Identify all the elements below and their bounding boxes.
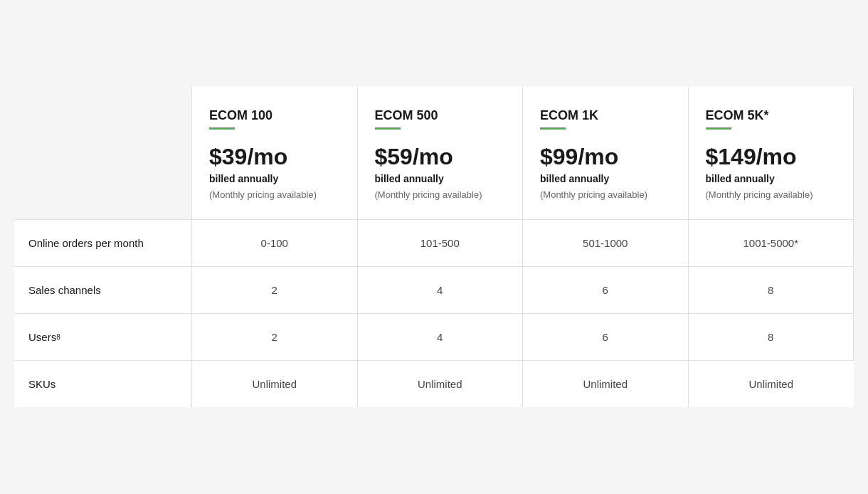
plan-name: ECOM 500	[375, 108, 506, 123]
plan-underline	[375, 127, 401, 130]
header-plan-2: ECOM 1K$99/mobilled annually(Monthly pri…	[523, 87, 689, 219]
row-cell-2-3: 8	[689, 314, 854, 361]
row-cell-2-0: 2	[192, 314, 358, 361]
row-cell-3-3: Unlimited	[689, 361, 854, 407]
plan-billing: billed annually	[706, 173, 837, 184]
row-cell-0-3: 1001-5000*	[689, 220, 854, 267]
plan-note: (Monthly pricing available)	[209, 189, 340, 201]
plan-note: (Monthly pricing available)	[706, 189, 837, 201]
row-cell-2-1: 4	[358, 314, 524, 361]
row-cell-2-2: 6	[523, 314, 689, 361]
header-plan-1: ECOM 500$59/mobilled annually(Monthly pr…	[358, 87, 524, 219]
table-grid: ECOM 100$39/mobilled annually(Monthly pr…	[14, 87, 854, 406]
row-label-2: Users8	[14, 314, 192, 361]
row-label-1: Sales channels	[14, 267, 192, 314]
header-plan-3: ECOM 5K*$149/mobilled annually(Monthly p…	[689, 87, 854, 219]
row-cell-1-3: 8	[689, 267, 854, 314]
row-cell-0-2: 501-1000	[523, 220, 689, 267]
row-cell-1-0: 2	[192, 267, 358, 314]
plan-underline	[209, 127, 235, 130]
row-cell-3-2: Unlimited	[523, 361, 689, 407]
row-cell-1-1: 4	[358, 267, 524, 314]
plan-billing: billed annually	[540, 173, 671, 184]
header-plan-0: ECOM 100$39/mobilled annually(Monthly pr…	[192, 87, 358, 219]
row-cell-3-1: Unlimited	[358, 361, 524, 407]
plan-name: ECOM 1K	[540, 108, 671, 123]
plan-name: ECOM 5K*	[706, 108, 837, 123]
plan-note: (Monthly pricing available)	[375, 189, 506, 201]
plan-price: $39/mo	[209, 144, 340, 170]
plan-underline	[540, 127, 566, 130]
pricing-table: ECOM 100$39/mobilled annually(Monthly pr…	[14, 87, 854, 406]
row-label-3: SKUs	[14, 361, 192, 407]
plan-note: (Monthly pricing available)	[540, 189, 671, 201]
row-cell-1-2: 6	[523, 267, 689, 314]
plan-billing: billed annually	[375, 173, 506, 184]
row-cell-0-0: 0-100	[192, 220, 358, 267]
plan-billing: billed annually	[209, 173, 340, 184]
plan-name: ECOM 100	[209, 108, 340, 123]
plan-price: $59/mo	[375, 144, 506, 170]
plan-price: $99/mo	[540, 144, 671, 170]
row-label-0: Online orders per month	[14, 220, 192, 267]
row-cell-3-0: Unlimited	[192, 361, 358, 407]
plan-price: $149/mo	[706, 144, 837, 170]
plan-underline	[706, 127, 731, 130]
header-empty-cell	[14, 87, 192, 219]
row-cell-0-1: 101-500	[358, 220, 524, 267]
